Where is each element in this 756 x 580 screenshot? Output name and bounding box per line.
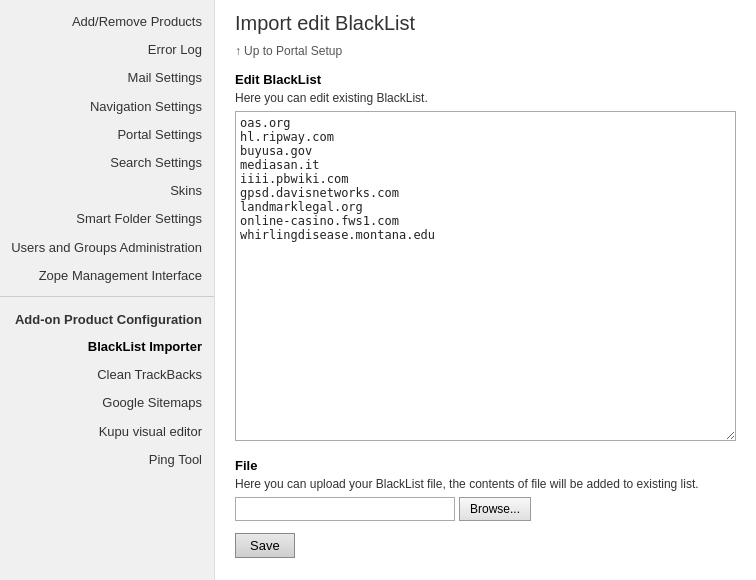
sidebar-item-add-remove-products[interactable]: Add/Remove Products xyxy=(0,8,214,36)
page-title: Import edit BlackList xyxy=(235,12,736,35)
up-arrow-icon: ↑ xyxy=(235,44,241,58)
sidebar-item-ping-tool[interactable]: Ping Tool xyxy=(0,446,214,474)
sidebar-item-users-and-groups[interactable]: Users and Groups Administration xyxy=(0,234,214,262)
file-section: File Here you can upload your BlackList … xyxy=(235,458,736,558)
edit-section-desc: Here you can edit existing BlackList. xyxy=(235,91,736,105)
sidebar-item-blacklist-importer[interactable]: BlackList Importer xyxy=(0,333,214,361)
addon-section-header: Add-on Product Configuration xyxy=(0,303,214,333)
blacklist-textarea[interactable]: oas.org hl.ripway.com buyusa.gov mediasa… xyxy=(235,111,736,441)
edit-section: Edit BlackList Here you can edit existin… xyxy=(235,72,736,444)
sidebar-item-error-log[interactable]: Error Log xyxy=(0,36,214,64)
browse-button[interactable]: Browse... xyxy=(459,497,531,521)
sidebar-item-mail-settings[interactable]: Mail Settings xyxy=(0,64,214,92)
sidebar-item-clean-trackbacks[interactable]: Clean TrackBacks xyxy=(0,361,214,389)
file-input[interactable] xyxy=(235,497,455,521)
sidebar-item-navigation-settings[interactable]: Navigation Settings xyxy=(0,93,214,121)
sidebar-item-google-sitemaps[interactable]: Google Sitemaps xyxy=(0,389,214,417)
edit-section-heading: Edit BlackList xyxy=(235,72,736,87)
breadcrumb-link[interactable]: ↑ Up to Portal Setup xyxy=(235,44,342,58)
save-button[interactable]: Save xyxy=(235,533,295,558)
sidebar-item-kupu-visual-editor[interactable]: Kupu visual editor xyxy=(0,418,214,446)
breadcrumb-label: Up to Portal Setup xyxy=(244,44,342,58)
sidebar-item-smart-folder-settings[interactable]: Smart Folder Settings xyxy=(0,205,214,233)
file-section-heading: File xyxy=(235,458,736,473)
main-content: Import edit BlackList ↑ Up to Portal Set… xyxy=(215,0,756,580)
sidebar: (function() { const data = JSON.parse(do… xyxy=(0,0,215,580)
sidebar-item-zope-management[interactable]: Zope Management Interface xyxy=(0,262,214,290)
sidebar-item-search-settings[interactable]: Search Settings xyxy=(0,149,214,177)
sidebar-item-portal-settings[interactable]: Portal Settings xyxy=(0,121,214,149)
file-row: Browse... xyxy=(235,497,736,521)
file-section-desc: Here you can upload your BlackList file,… xyxy=(235,477,736,491)
sidebar-item-skins[interactable]: Skins xyxy=(0,177,214,205)
